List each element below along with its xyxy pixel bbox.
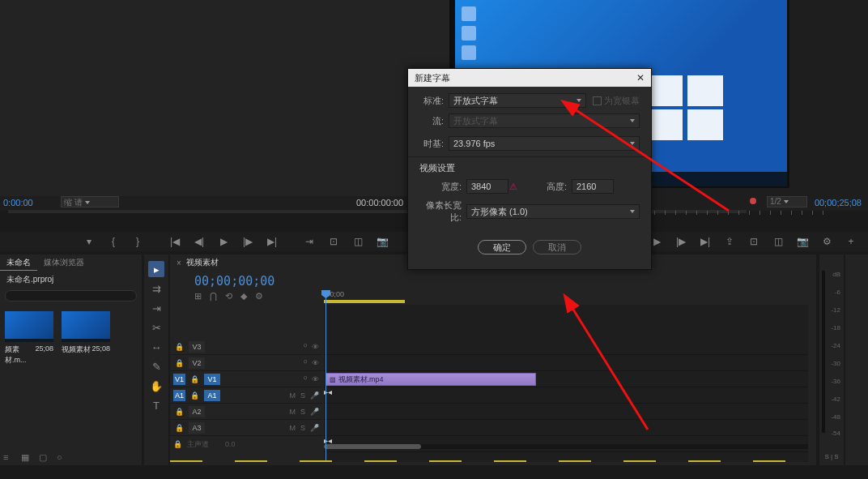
go-to-out-icon[interactable]: ▶| <box>266 236 278 247</box>
zoom-slider-icon[interactable]: ○ <box>57 452 66 462</box>
play-icon[interactable]: ▶ <box>218 236 229 247</box>
hand-tool-icon[interactable]: ✋ <box>148 378 164 394</box>
nest-icon[interactable]: ⊞ <box>194 291 202 302</box>
eye-icon[interactable]: 👁 <box>312 359 319 367</box>
step-forward-icon[interactable]: |▶ <box>242 236 253 247</box>
sequence-name[interactable]: 视频素材 <box>186 257 219 268</box>
track-area[interactable]: ▨ 视频素材.mp4 ▸◂ ▸◂ <box>324 305 808 462</box>
mute-icon[interactable]: M <box>289 408 296 416</box>
toggle-output-icon[interactable]: ᴼ <box>304 343 307 351</box>
timeline-timecode[interactable]: 00;00;00;00 <box>170 271 816 289</box>
prog-add-icon[interactable]: + <box>845 236 857 247</box>
track-lane-v1[interactable]: ▨ 视频素材.mp4 <box>324 371 808 387</box>
track-label[interactable]: A2 <box>189 406 205 417</box>
eye-icon[interactable]: 👁 <box>312 375 319 383</box>
timeline-zoom-scrollbar[interactable] <box>324 444 808 449</box>
mute-icon[interactable]: M <box>289 424 296 432</box>
dialog-titlebar[interactable]: 新建字幕 ✕ <box>408 69 651 87</box>
track-header-a1[interactable]: A1 🔒 A1 MS🎤 <box>170 387 322 404</box>
voice-icon[interactable]: 🎤 <box>310 408 319 416</box>
track-lane-v3[interactable] <box>324 339 808 355</box>
camera-icon[interactable]: 📷 <box>377 236 388 247</box>
track-header-v2[interactable]: 🔒 V2 ᴼ👁 <box>170 355 322 371</box>
bin-item[interactable]: 频素材.m... 25;08 <box>5 311 53 366</box>
track-label[interactable]: V3 <box>189 341 205 353</box>
lock-icon[interactable]: 🔒 <box>173 357 185 369</box>
selection-tool-icon[interactable]: ▸ <box>148 261 164 277</box>
timeline-work-area[interactable] <box>170 460 816 462</box>
track-header-a3[interactable]: 🔒 A3 MS🎤 <box>170 420 322 436</box>
project-search[interactable] <box>5 290 137 302</box>
source-resolution-select[interactable]: 缩 请 <box>61 196 119 207</box>
lock-icon[interactable]: 🔒 <box>173 406 185 417</box>
source-patch-icon[interactable]: A1 <box>173 390 185 401</box>
snap-icon[interactable]: ⋂ <box>210 291 217 302</box>
video-clip[interactable]: ▨ 视频素材.mp4 <box>326 373 536 386</box>
playhead[interactable] <box>326 290 326 460</box>
toggle-output-icon[interactable]: ᴼ <box>304 359 307 367</box>
prog-step-fwd-icon[interactable]: |▶ <box>675 236 687 247</box>
timebase-select[interactable]: 23.976 fps <box>449 136 640 151</box>
overwrite-icon[interactable]: ⊡ <box>328 236 339 247</box>
widescreen-checkbox[interactable]: 为宽银幕 <box>593 95 640 107</box>
source-monitor[interactable] <box>0 0 449 196</box>
prog-play-icon[interactable]: ▶ <box>651 236 662 247</box>
cancel-button[interactable]: 取消 <box>533 240 581 254</box>
time-ruler[interactable]: ;00;00 00;00;44;28 <box>324 290 808 303</box>
close-icon[interactable]: ✕ <box>636 72 645 83</box>
tab-media-browser[interactable]: 媒体浏览器 <box>37 255 91 270</box>
program-tc-out[interactable]: 00;00;25;08 <box>815 198 862 207</box>
bin-item[interactable]: 视频素材 25;08 <box>62 311 110 366</box>
track-lane-a2[interactable] <box>324 404 808 420</box>
track-lane-a1[interactable]: ▸◂ <box>324 387 808 404</box>
pen-tool-icon[interactable]: ✎ <box>148 358 164 374</box>
track-select-tool-icon[interactable]: ⇉ <box>148 280 164 297</box>
scrollbar-handle[interactable] <box>324 444 421 449</box>
toggle-output-icon[interactable]: ᴼ <box>304 375 307 383</box>
insert-icon[interactable]: ⇥ <box>304 236 315 247</box>
solo-icon[interactable]: S <box>300 408 305 416</box>
settings-icon[interactable]: ⚙ <box>255 291 263 302</box>
prog-export-frame-icon[interactable]: ◫ <box>772 236 784 247</box>
freeform-view-icon[interactable]: ▢ <box>39 452 49 462</box>
lock-icon[interactable]: 🔒 <box>189 390 201 401</box>
mark-out-icon[interactable]: } <box>132 236 143 247</box>
lock-icon[interactable]: 🔒 <box>189 374 201 385</box>
seq-menu-icon[interactable]: × <box>177 259 181 267</box>
eye-icon[interactable]: 👁 <box>312 343 319 351</box>
track-label[interactable]: A1 <box>204 390 220 401</box>
lock-icon[interactable]: 🔒 <box>173 341 185 353</box>
voice-icon[interactable]: 🎤 <box>310 391 319 400</box>
standard-select[interactable]: 开放式字幕 <box>449 93 586 108</box>
mute-icon[interactable]: M <box>289 391 296 400</box>
export-frame-icon[interactable]: ◫ <box>352 236 364 247</box>
go-to-in-icon[interactable]: |◀ <box>169 236 181 247</box>
add-marker-icon[interactable]: ▾ <box>83 236 95 247</box>
track-label[interactable]: V1 <box>204 374 220 385</box>
razor-tool-icon[interactable]: ✂ <box>148 319 164 336</box>
height-input[interactable]: 2160 <box>572 179 614 194</box>
solo-icon[interactable]: S <box>300 391 305 400</box>
tab-project[interactable]: 未命名 <box>0 255 37 271</box>
prog-lift-icon[interactable]: ⇪ <box>724 236 735 247</box>
marker-icon[interactable]: ◆ <box>240 291 247 302</box>
mark-in-icon[interactable]: { <box>108 236 119 247</box>
lock-icon[interactable]: 🔒 <box>173 440 182 448</box>
slip-tool-icon[interactable]: ↔ <box>148 339 164 355</box>
master-track-header[interactable]: 🔒 主声道 0.0 <box>170 436 322 452</box>
lock-icon[interactable]: 🔒 <box>173 422 185 434</box>
prog-extract-icon[interactable]: ⊡ <box>748 236 760 247</box>
ripple-edit-tool-icon[interactable]: ⇥ <box>148 300 164 316</box>
source-patch-icon[interactable]: V1 <box>173 374 185 385</box>
pixel-aspect-select[interactable]: 方形像素 (1.0) <box>466 204 640 219</box>
source-tc-out[interactable]: 00:00:00:00 <box>356 198 403 207</box>
link-icon[interactable]: ⟲ <box>225 291 232 302</box>
source-tc-in[interactable]: 0:00:00 <box>3 198 33 207</box>
voice-icon[interactable]: 🎤 <box>310 424 319 432</box>
stream-select[interactable]: 开放式字幕 <box>449 113 640 128</box>
prog-go-end-icon[interactable]: ▶| <box>700 236 711 247</box>
prog-camera-icon[interactable]: 📷 <box>797 236 808 247</box>
track-header-a2[interactable]: 🔒 A2 MS🎤 <box>170 404 322 420</box>
prog-settings-icon[interactable]: ⚙ <box>821 236 832 247</box>
track-lane-a3[interactable] <box>324 420 808 436</box>
